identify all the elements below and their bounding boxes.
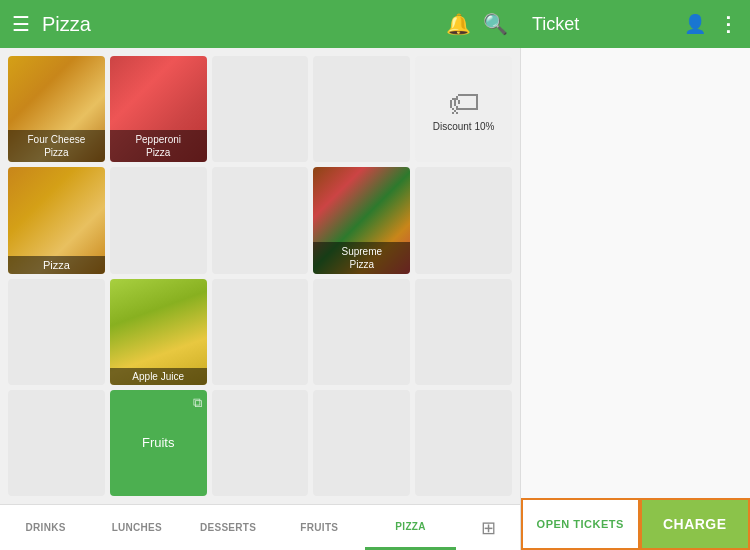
ticket-footer: OPEN TICKETS CHarGE (521, 498, 750, 550)
four-cheese-pizza-cell[interactable]: Four CheesePizza (8, 56, 105, 162)
tab-desserts[interactable]: DESSERTS (182, 505, 273, 550)
add-person-icon[interactable]: 👤 (684, 13, 706, 35)
grid-view-icon: ⊞ (481, 517, 496, 539)
fruits-grid-icon: ⧉ (193, 395, 202, 411)
empty-cell (415, 167, 512, 273)
empty-cell (212, 167, 309, 273)
tab-drinks[interactable]: DRINKS (0, 505, 91, 550)
empty-cell (313, 390, 410, 496)
more-icon[interactable]: ⋮ (718, 12, 738, 36)
pepperoni-label: PepperoniPizza (110, 130, 207, 162)
charge-button[interactable]: CHarGE (640, 498, 751, 550)
pepperoni-pizza-cell[interactable]: PepperoniPizza (110, 56, 207, 162)
pizza-cell[interactable]: Pizza (8, 167, 105, 273)
search-icon[interactable]: 🔍 (483, 12, 508, 36)
empty-cell (212, 390, 309, 496)
empty-cell (8, 390, 105, 496)
empty-cell (313, 56, 410, 162)
four-cheese-label: Four CheesePizza (8, 130, 105, 162)
supreme-pizza-cell[interactable]: SupremePizza (313, 167, 410, 273)
empty-cell (415, 279, 512, 385)
empty-cell (415, 390, 512, 496)
pizza-label: Pizza (8, 256, 105, 274)
tab-fruits[interactable]: FRUITS (274, 505, 365, 550)
fruits-label: Fruits (142, 435, 175, 450)
discount-tag-icon: 🏷 (448, 87, 480, 119)
fruits-cell[interactable]: ⧉ Fruits (110, 390, 207, 496)
tab-pizza[interactable]: PIZZA (365, 505, 456, 550)
empty-cell (212, 279, 309, 385)
ticket-body (521, 48, 750, 498)
tab-lunches[interactable]: LUNCHES (91, 505, 182, 550)
apple-juice-label: Apple Juice (110, 368, 207, 385)
ticket-title: Ticket (532, 14, 579, 35)
discount-label: Discount 10% (433, 121, 495, 132)
empty-cell (110, 167, 207, 273)
tab-grid[interactable]: ⊞ (456, 505, 520, 550)
empty-cell (212, 56, 309, 162)
discount-cell[interactable]: 🏷 Discount 10% (415, 56, 512, 162)
empty-cell (8, 279, 105, 385)
supreme-label: SupremePizza (313, 242, 410, 274)
bell-icon[interactable]: 🔔 (446, 12, 471, 36)
apple-juice-cell[interactable]: Apple Juice (110, 279, 207, 385)
open-tickets-button[interactable]: OPEN TICKETS (521, 498, 640, 550)
menu-icon[interactable]: ☰ (12, 12, 30, 36)
empty-cell (313, 279, 410, 385)
app-title: Pizza (42, 13, 434, 36)
